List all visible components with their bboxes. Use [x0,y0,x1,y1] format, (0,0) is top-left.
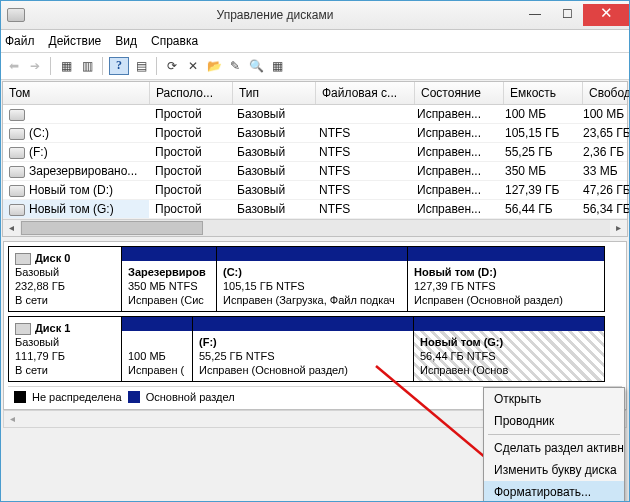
ctx-explore[interactable]: Проводник [484,410,624,432]
titlebar[interactable]: Управление дисками — ☐ ✕ [1,1,629,30]
col-type[interactable]: Тип [233,82,316,104]
column-headers: Том Располо... Тип Файловая с... Состоян… [3,82,627,105]
col-fs[interactable]: Файловая с... [316,82,415,104]
col-status[interactable]: Состояние [415,82,504,104]
ctx-change-letter[interactable]: Изменить букву диска [484,459,624,481]
volume-row[interactable]: (F:)ПростойБазовыйNTFSИсправен...55,25 Г… [3,143,627,162]
panes2-icon[interactable]: ▥ [78,57,96,75]
maximize-button[interactable]: ☐ [551,4,583,26]
delete-icon[interactable]: ✕ [184,57,202,75]
col-capacity[interactable]: Емкость [504,82,583,104]
legend-unalloc-label: Не распределена [32,391,122,403]
disk-row: Диск 1Базовый111,79 ГБВ сети100 МБИсправ… [8,316,622,382]
menu-help[interactable]: Справка [151,34,198,48]
scroll-right-icon[interactable]: ▸ [610,220,627,236]
partition[interactable]: (F:)55,25 ГБ NTFSИсправен (Основной разд… [192,316,414,382]
partition[interactable]: Новый том (G:)56,44 ГБ NTFSИсправен (Осн… [413,316,605,382]
col-volume[interactable]: Том [3,82,150,104]
partition[interactable]: 100 МБИсправен ( [121,316,193,382]
legend-primary-swatch [128,391,140,403]
back-icon[interactable]: ⬅ [5,57,23,75]
disk-icon [15,323,31,335]
close-button[interactable]: ✕ [583,4,629,26]
disk-map: Диск 0Базовый232,88 ГБВ сетиЗарезервиров… [3,241,627,410]
volume-list[interactable]: Том Располо... Тип Файловая с... Состоян… [2,81,628,237]
refresh-icon[interactable]: ⟳ [163,57,181,75]
app-icon [7,8,25,22]
drive-icon [9,185,25,197]
disk-label[interactable]: Диск 0Базовый232,88 ГБВ сети [8,246,122,312]
disk-label[interactable]: Диск 1Базовый111,79 ГБВ сети [8,316,122,382]
menu-action[interactable]: Действие [49,34,102,48]
panes1-icon[interactable]: ▦ [57,57,75,75]
volume-row[interactable]: Новый том (D:)ПростойБазовыйNTFSИсправен… [3,181,627,200]
ctx-make-active[interactable]: Сделать раздел активн [484,437,624,459]
forward-icon[interactable]: ➔ [26,57,44,75]
drive-icon [9,147,25,159]
col-layout[interactable]: Располо... [150,82,233,104]
find-icon[interactable]: 🔍 [247,57,265,75]
partition[interactable]: Зарезервиров350 МБ NTFSИсправен (Сис [121,246,217,312]
properties-icon[interactable]: ✎ [226,57,244,75]
volume-row[interactable]: (C:)ПростойБазовыйNTFSИсправен...105,15 … [3,124,627,143]
context-menu: Открыть Проводник Сделать раздел активн … [483,387,625,502]
toolbar: ⬅ ➔ ▦ ▥ ? ▤ ⟳ ✕ 📂 ✎ 🔍 ▦ [1,53,629,80]
drive-icon [9,204,25,216]
minimize-button[interactable]: — [519,4,551,26]
help-icon[interactable]: ? [109,57,129,75]
drive-icon [9,109,25,121]
partition[interactable]: (C:)105,15 ГБ NTFSИсправен (Загрузка, Фа… [216,246,408,312]
disk-icon [15,253,31,265]
open-icon[interactable]: 📂 [205,57,223,75]
volume-row[interactable]: Новый том (G:)ПростойБазовыйNTFSИсправен… [3,200,627,219]
disk-management-window: Управление дисками — ☐ ✕ Файл Действие В… [0,0,630,502]
ctx-open[interactable]: Открыть [484,388,624,410]
scroll-left-icon[interactable]: ◂ [3,220,20,236]
col-free[interactable]: Свобод... [583,82,630,104]
legend-unalloc-swatch [14,391,26,403]
partition[interactable]: Новый том (D:)127,39 ГБ NTFSИсправен (Ос… [407,246,605,312]
list-horizontal-scrollbar[interactable]: ◂ ▸ [3,219,627,236]
drive-icon [9,128,25,140]
disk-row: Диск 0Базовый232,88 ГБВ сетиЗарезервиров… [8,246,622,312]
more-icon[interactable]: ▦ [268,57,286,75]
volume-row[interactable]: Зарезервировано...ПростойБазовыйNTFSИспр… [3,162,627,181]
volume-row[interactable]: ПростойБазовыйИсправен...100 МБ100 МБ100 [3,105,627,124]
drive-icon [9,166,25,178]
window-title: Управление дисками [31,8,519,22]
ctx-format[interactable]: Форматировать... [484,481,624,502]
list-icon[interactable]: ▤ [132,57,150,75]
footer-scroll-left-icon[interactable]: ◂ [4,411,21,427]
legend-primary-label: Основной раздел [146,391,235,403]
menu-file[interactable]: Файл [5,34,35,48]
scroll-thumb[interactable] [21,221,203,235]
menu-view[interactable]: Вид [115,34,137,48]
menubar: Файл Действие Вид Справка [1,30,629,53]
